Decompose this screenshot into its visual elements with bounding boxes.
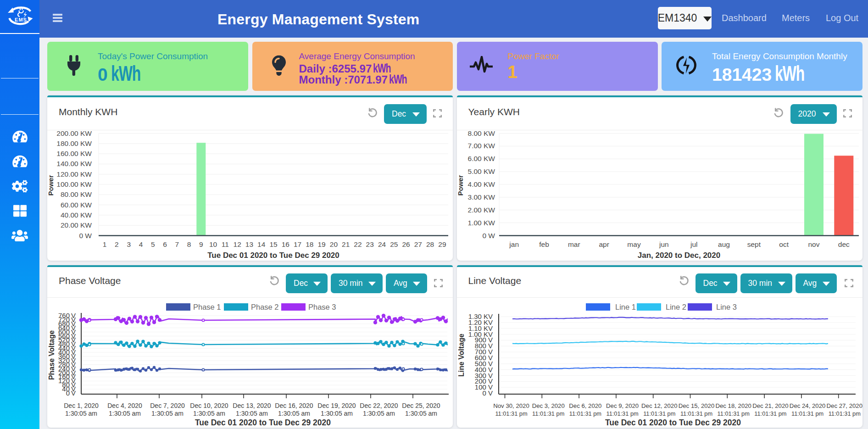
svg-text:Jan, 2020 to Dec, 2020: Jan, 2020 to Dec, 2020 <box>637 251 720 260</box>
svg-text:1:30:05 am: 1:30:05 am <box>278 410 310 417</box>
svg-text:Phase 1: Phase 1 <box>193 303 221 311</box>
svg-text:mar: mar <box>568 240 580 248</box>
svg-text:Phase 2: Phase 2 <box>251 303 279 311</box>
svg-text:2.00 KW: 2.00 KW <box>467 206 495 214</box>
svg-text:80.00 KW: 80.00 KW <box>61 190 92 198</box>
svg-text:Dec 12, 2020: Dec 12, 2020 <box>641 402 677 409</box>
svg-text:Power: Power <box>457 175 464 195</box>
svg-text:1:30:05 am: 1:30:05 am <box>109 410 141 417</box>
svg-text:aug: aug <box>718 240 730 248</box>
svg-text:5.00 KW: 5.00 KW <box>467 167 495 175</box>
svg-text:Tue Dec 01 2020 to Tue Dec 29: Tue Dec 01 2020 to Tue Dec 29 2020 <box>207 251 339 260</box>
svg-text:6.00 KW: 6.00 KW <box>467 155 495 162</box>
svg-text:Dec 27, 2020: Dec 27, 2020 <box>826 402 862 409</box>
svg-text:1:30:05 am: 1:30:05 am <box>363 410 395 417</box>
svg-text:0 V: 0 V <box>482 389 493 397</box>
svg-text:8: 8 <box>187 240 191 248</box>
svg-text:Dec 6, 2020: Dec 6, 2020 <box>569 402 601 409</box>
svg-text:may: may <box>627 240 641 248</box>
svg-text:25: 25 <box>390 240 398 248</box>
svg-text:Dec 3, 2020: Dec 3, 2020 <box>532 402 564 409</box>
svg-text:200.00 KW: 200.00 KW <box>56 129 92 137</box>
svg-text:140.00 KW: 140.00 KW <box>56 160 92 167</box>
svg-text:20: 20 <box>330 240 338 248</box>
svg-text:11:01:31 pm: 11:01:31 pm <box>495 410 527 417</box>
svg-text:180.00 KW: 180.00 KW <box>56 139 92 147</box>
svg-text:Dec 18, 2020: Dec 18, 2020 <box>715 402 751 409</box>
svg-text:21: 21 <box>342 240 350 248</box>
svg-text:1.00 KW: 1.00 KW <box>467 219 495 227</box>
svg-text:Line 2: Line 2 <box>666 303 686 311</box>
svg-text:Dec 10, 2020: Dec 10, 2020 <box>190 402 228 409</box>
svg-text:11:01:31 pm: 11:01:31 pm <box>717 410 749 417</box>
svg-text:8.00 KW: 8.00 KW <box>467 129 495 137</box>
svg-text:28: 28 <box>426 240 434 248</box>
svg-text:Dec 19, 2020: Dec 19, 2020 <box>317 402 356 409</box>
svg-text:11:01:31 pm: 11:01:31 pm <box>754 410 786 417</box>
svg-text:feb: feb <box>539 240 549 248</box>
svg-text:Dec 16, 2020: Dec 16, 2020 <box>275 402 313 409</box>
svg-text:1:30:05 am: 1:30:05 am <box>405 410 437 417</box>
svg-text:1: 1 <box>103 240 107 248</box>
svg-text:26: 26 <box>402 240 410 248</box>
svg-text:20.00 KW: 20.00 KW <box>61 221 92 229</box>
svg-text:Line 3: Line 3 <box>716 303 737 311</box>
svg-text:160.00 KW: 160.00 KW <box>56 150 92 157</box>
svg-text:4: 4 <box>139 240 143 248</box>
svg-text:Dec 21, 2020: Dec 21, 2020 <box>752 402 788 409</box>
svg-text:nov: nov <box>808 240 819 248</box>
svg-text:60.00 KW: 60.00 KW <box>61 201 92 209</box>
svg-text:29: 29 <box>438 240 446 248</box>
svg-text:0 W: 0 W <box>79 232 92 240</box>
svg-text:9: 9 <box>199 240 203 248</box>
svg-text:18: 18 <box>306 240 313 248</box>
svg-text:11: 11 <box>222 240 229 248</box>
svg-text:Phase Voltage: Phase Voltage <box>48 330 56 380</box>
svg-text:27: 27 <box>414 240 422 248</box>
svg-text:15: 15 <box>269 240 277 248</box>
svg-text:1:30:05 am: 1:30:05 am <box>65 410 97 417</box>
svg-text:3.00 KW: 3.00 KW <box>467 193 495 201</box>
svg-text:0 W: 0 W <box>482 232 495 240</box>
svg-text:11:01:31 pm: 11:01:31 pm <box>828 410 860 417</box>
svg-text:Line 1: Line 1 <box>615 303 636 311</box>
svg-text:7: 7 <box>175 240 179 248</box>
svg-text:oct: oct <box>779 240 789 248</box>
svg-text:apr: apr <box>599 240 609 248</box>
svg-text:4.00 KW: 4.00 KW <box>467 180 495 188</box>
svg-text:1:30:05 am: 1:30:05 am <box>151 410 184 417</box>
svg-text:23: 23 <box>366 240 374 248</box>
svg-text:11:01:31 pm: 11:01:31 pm <box>643 410 675 417</box>
svg-text:Dec 1, 2020: Dec 1, 2020 <box>64 402 99 409</box>
svg-text:Power: Power <box>47 175 55 195</box>
svg-text:1:30:05 am: 1:30:05 am <box>236 410 268 417</box>
svg-text:sept: sept <box>747 240 761 248</box>
svg-text:Dec 7, 2020: Dec 7, 2020 <box>150 402 185 409</box>
svg-text:1:30:05 am: 1:30:05 am <box>193 410 225 417</box>
svg-text:120.00 KW: 120.00 KW <box>56 170 92 178</box>
svg-text:Dec 9, 2020: Dec 9, 2020 <box>606 402 639 409</box>
svg-text:11:01:31 pm: 11:01:31 pm <box>569 410 601 417</box>
svg-text:11:01:31 pm: 11:01:31 pm <box>606 410 638 417</box>
svg-text:24: 24 <box>378 240 386 248</box>
svg-text:Dec 24, 2020: Dec 24, 2020 <box>789 402 825 409</box>
svg-text:14: 14 <box>257 240 266 248</box>
svg-text:7.00 KW: 7.00 KW <box>467 142 495 150</box>
svg-text:jun: jun <box>658 240 668 248</box>
svg-text:V: V <box>71 389 76 397</box>
svg-text:17: 17 <box>294 240 301 248</box>
svg-text:jan: jan <box>509 240 519 248</box>
svg-text:Dec 13, 2020: Dec 13, 2020 <box>233 402 271 409</box>
svg-text:40.00 KW: 40.00 KW <box>61 211 92 219</box>
svg-text:1:30:05 am: 1:30:05 am <box>321 410 353 417</box>
svg-text:Phase 3: Phase 3 <box>308 303 336 311</box>
svg-text:Tue Dec 01 2020 to Tue Dec 29: Tue Dec 01 2020 to Tue Dec 29 2020 <box>195 418 331 427</box>
svg-text:Dec 4, 2020: Dec 4, 2020 <box>107 402 142 409</box>
svg-text:6: 6 <box>163 240 167 248</box>
svg-text:13: 13 <box>245 240 253 248</box>
svg-text:Dec 25, 2020: Dec 25, 2020 <box>402 402 440 409</box>
svg-text:Dec 15, 2020: Dec 15, 2020 <box>678 402 714 409</box>
svg-text:2: 2 <box>115 240 119 248</box>
svg-text:3: 3 <box>127 240 131 248</box>
svg-text:10: 10 <box>209 240 217 248</box>
